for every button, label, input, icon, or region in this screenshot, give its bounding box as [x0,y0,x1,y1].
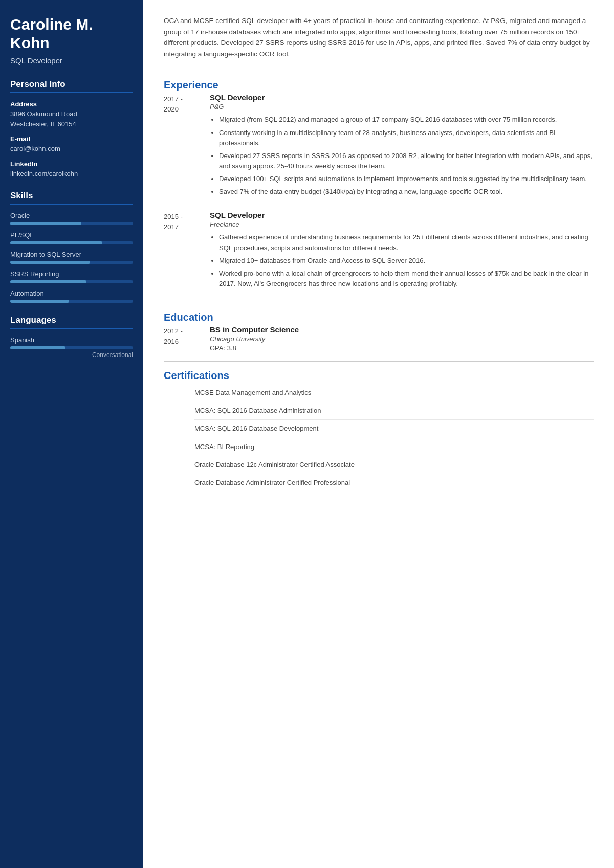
email-label: E-mail [10,135,133,143]
skill-bar-fill [10,222,81,225]
date-start: 2017 - [164,95,183,103]
skill-name: Oracle [10,212,133,219]
skill-bar-bg [10,261,133,264]
company-name: Freelance [210,220,594,228]
experience-dates: 2017 - 2020 [164,93,210,199]
email-value: carol@kohn.com [10,144,133,154]
education-list: 2012 - 2016 BS in Computer Science Chica… [164,325,594,352]
certifications-divider [164,361,594,362]
education-divider [164,303,594,303]
list-item: Constantly working in a multidisciplinar… [219,128,594,148]
main-content: OCA and MCSE certified SQL developer wit… [143,0,614,868]
experience-list: 2017 - 2020 SQL Developer P&G Migrated (… [164,93,594,292]
language-item: Spanish Conversational [10,336,133,359]
education-content: BS in Computer Science Chicago Universit… [210,325,299,352]
job-title: SQL Developer [210,211,594,219]
address-line2: Westchester, IL 60154 [10,119,133,129]
edu-date-end: 2016 [164,338,179,345]
list-item: Developed 27 SSRS reports in SSRS 2016 a… [219,151,594,171]
certifications-heading: Certifications [164,370,594,382]
list-item: Saved 7% of the data entry budget ($140k… [219,187,594,197]
languages-heading: Languages [10,315,133,329]
date-start: 2015 - [164,213,183,220]
job-title: SQL Developer [210,93,594,102]
language-name: Spanish [10,336,133,344]
experience-divider [164,71,594,71]
experience-bullets: Gathered experience of understanding bus… [210,232,594,289]
certification-item: MCSA: SQL 2016 Database Administration [194,402,594,420]
skill-bar-fill [10,300,69,303]
education-dates: 2012 - 2016 [164,325,210,352]
language-level: Conversational [10,351,133,359]
skill-name: Automation [10,290,133,297]
skill-bar-fill [10,241,102,244]
skill-item: SSRS Reporting [10,270,133,283]
sidebar: Caroline M. Kohn SQL Developer Personal … [0,0,143,868]
skill-bar-bg [10,300,133,303]
personal-info-heading: Personal Info [10,79,133,93]
skill-bar-fill [10,261,90,264]
education-heading: Education [164,311,594,323]
certification-item: MCSA: BI Reporting [194,438,594,456]
address-line1: 3896 Oakmound Road [10,109,133,119]
experience-bullets: Migrated (from SQL 2012) and managed a g… [210,115,594,197]
date-end: 2017 [164,223,179,231]
certifications-list: MCSE Data Management and AnalyticsMCSA: … [164,384,594,492]
experience-entry: 2017 - 2020 SQL Developer P&G Migrated (… [164,93,594,199]
skill-item: Oracle [10,212,133,225]
certification-item: Oracle Database 12c Administrator Certif… [194,456,594,474]
skill-bar-bg [10,222,133,225]
languages-list: Spanish Conversational [10,336,133,359]
experience-content: SQL Developer Freelance Gathered experie… [210,211,594,292]
edu-date-start: 2012 - [164,327,183,335]
gpa-value: GPA: 3.8 [210,344,299,352]
date-end: 2020 [164,105,179,113]
language-bar-fill [10,346,65,349]
degree-title: BS in Computer Science [210,325,299,334]
skill-item: Migration to SQL Server [10,251,133,264]
experience-dates: 2015 - 2017 [164,211,210,292]
education-entry: 2012 - 2016 BS in Computer Science Chica… [164,325,594,352]
skills-heading: Skills [10,191,133,205]
skill-item: Automation [10,290,133,303]
skill-name: PL/SQL [10,231,133,239]
skill-item: PL/SQL [10,231,133,244]
skill-bar-fill [10,280,86,283]
list-item: Worked pro-bono with a local chain of gr… [219,269,594,289]
experience-heading: Experience [164,79,594,91]
candidate-name: Caroline M. Kohn [10,15,133,52]
school-name: Chicago University [210,335,299,343]
certification-item: MCSE Data Management and Analytics [194,384,594,402]
linkedin-value: linkedin.com/carolkohn [10,169,133,179]
list-item: Migrated (from SQL 2012) and managed a g… [219,115,594,125]
list-item: Gathered experience of understanding bus… [219,232,594,253]
skill-name: Migration to SQL Server [10,251,133,258]
skills-list: Oracle PL/SQL Migration to SQL Server SS… [10,212,133,303]
certification-item: MCSA: SQL 2016 Database Development [194,420,594,438]
address-label: Address [10,100,133,108]
certification-item: Oracle Database Administrator Certified … [194,474,594,492]
skill-bar-bg [10,280,133,283]
experience-entry: 2015 - 2017 SQL Developer Freelance Gath… [164,211,594,292]
language-bar-bg [10,346,133,349]
experience-content: SQL Developer P&G Migrated (from SQL 201… [210,93,594,199]
summary-text: OCA and MCSE certified SQL developer wit… [164,15,594,59]
list-item: Migrated 10+ databases from Oracle and A… [219,256,594,266]
linkedin-label: LinkedIn [10,160,133,168]
resume-container: Caroline M. Kohn SQL Developer Personal … [0,0,614,868]
skill-name: SSRS Reporting [10,270,133,278]
candidate-title: SQL Developer [10,56,133,65]
skill-bar-bg [10,241,133,244]
company-name: P&G [210,103,594,110]
list-item: Developed 100+ SQL scripts and automatio… [219,174,594,184]
